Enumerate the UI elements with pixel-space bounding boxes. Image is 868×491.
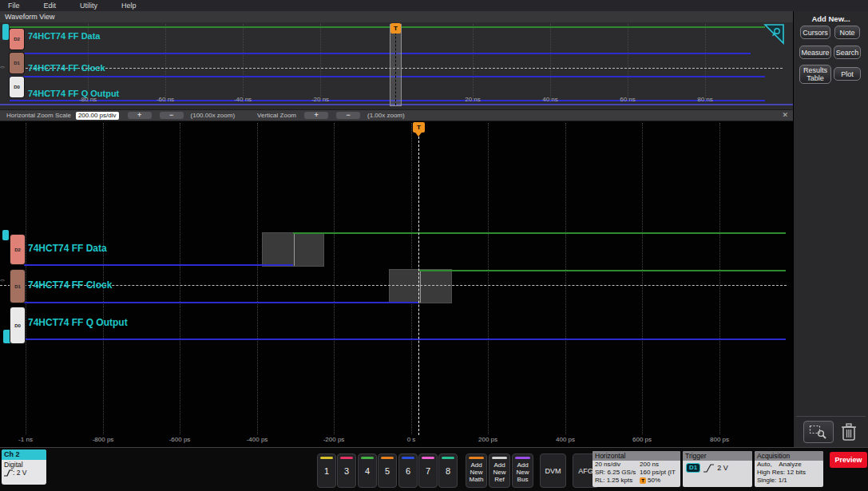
results-table-button[interactable]: Results Table <box>799 65 831 84</box>
h-trigger-position: 50% <box>648 477 660 485</box>
measure-button[interactable]: Measure <box>799 46 831 59</box>
add-new-bus-button[interactable]: Add New Bus <box>512 453 533 488</box>
label-line: Add <box>489 461 509 469</box>
data-high-trace <box>10 26 765 28</box>
channel-badge-d0[interactable]: D0 <box>10 307 25 343</box>
trigger-flag-overview[interactable]: T <box>390 23 401 34</box>
label-line: Ref <box>489 476 509 483</box>
h-zoom-scale-input[interactable]: 200.00 ps/div <box>76 112 119 120</box>
acquisition-panel[interactable]: Acquisition Auto, Analyze High Res: 12 b… <box>755 451 823 487</box>
channel-badge-d0[interactable]: D0 <box>10 77 24 97</box>
ch2-title: Ch 2 <box>2 449 46 460</box>
q-low-trace <box>24 339 786 340</box>
gridline <box>320 24 321 102</box>
data-edge-uncertainty-box <box>262 232 324 267</box>
add-new-title: Add New... <box>794 14 868 23</box>
h-zoom-plus-button[interactable]: + <box>128 112 152 119</box>
channel-badge-d2[interactable]: D2 <box>10 235 25 264</box>
axis-tick: 80 ns <box>697 96 713 103</box>
close-zoom-icon[interactable]: ✕ <box>782 111 788 119</box>
h-sample-rate: SR: 6.25 GS/s <box>595 469 640 477</box>
v-zoom-readout: (1.00x zoom) <box>367 112 405 119</box>
channel-number: 6 <box>399 454 417 487</box>
label-line: Math <box>466 476 486 483</box>
data-high-trace <box>293 232 786 234</box>
channel-number: 8 <box>439 454 457 487</box>
digital-channel-button-6[interactable]: 6 <box>398 453 418 488</box>
settings-bar: Ch 2 Digital : 2 V 1 3 4 5 <box>0 447 868 491</box>
gridline <box>257 123 258 434</box>
data-low-trace <box>24 264 293 266</box>
trigger-source-marker-icon: <> <box>0 65 4 69</box>
ch2-badge[interactable]: Ch 2 Digital : 2 V <box>2 449 46 485</box>
channel-label-data[interactable]: 74HCT74 FF Data <box>28 31 100 41</box>
gridline <box>103 123 104 434</box>
digital-channel-button-5[interactable]: 5 <box>378 453 397 488</box>
dvm-button[interactable]: DVM <box>540 453 566 488</box>
label-line: Add <box>466 461 486 469</box>
axis-tick: 200 ps <box>478 436 497 443</box>
channel-number: 4 <box>359 454 376 487</box>
add-new-math-button[interactable]: Add New Math <box>466 453 487 488</box>
channel-label-output[interactable]: 74HCT74 FF Q Output <box>28 89 119 98</box>
digital-channel-button-1[interactable]: 1 <box>317 453 336 488</box>
ch2-mode: Digital <box>4 461 46 469</box>
trigger-panel[interactable]: Trigger D1 2 V <box>683 451 752 487</box>
group-handle-tab[interactable] <box>2 24 9 40</box>
channel-badge-d1[interactable]: D1 <box>10 270 25 303</box>
trigger-title: Trigger <box>683 451 752 461</box>
menu-file[interactable]: File <box>3 2 25 10</box>
zoom-window-marker[interactable] <box>390 24 402 106</box>
h-record-length: RL: 1.25 kpts <box>595 477 640 485</box>
trigger-flag-main[interactable]: T <box>413 122 425 133</box>
digital-channel-button-3[interactable]: 3 <box>337 453 356 488</box>
gridline <box>719 123 720 434</box>
search-button[interactable]: Search <box>834 46 861 59</box>
axis-tick: -40 ns <box>234 96 252 103</box>
menu-help[interactable]: Help <box>117 2 141 10</box>
v-zoom-minus-button[interactable]: − <box>336 112 360 119</box>
channel-label-clock[interactable]: 74HCT74 FF Clock <box>28 279 112 291</box>
channel-label-data[interactable]: 74HCT74 FF Data <box>28 243 107 254</box>
channel-number: 3 <box>338 454 355 487</box>
note-button[interactable]: Note <box>834 26 860 39</box>
axis-tick: 60 ns <box>620 96 636 103</box>
label-line: Bus <box>513 476 533 483</box>
trigger-level: 2 V <box>717 464 728 472</box>
q-low-trace <box>10 100 765 101</box>
plot-button[interactable]: Plot <box>834 67 861 81</box>
channel-badge-d1[interactable]: D1 <box>10 53 24 73</box>
clock-low-trace <box>24 302 419 303</box>
group-handle-tab[interactable] <box>2 230 9 240</box>
bus-color-bar <box>515 457 530 459</box>
digital-channel-button-7[interactable]: 7 <box>418 453 438 488</box>
add-new-ref-button[interactable]: Add New Ref <box>489 453 510 488</box>
v-zoom-plus-button[interactable]: + <box>304 112 328 119</box>
h-resolution: 160 ps/pt (IT <box>640 469 676 477</box>
zoom-box-icon <box>809 425 828 439</box>
menu-bar: File Edit Utility Help <box>0 0 868 12</box>
label-line: New <box>466 469 486 476</box>
cursors-button[interactable]: Cursors <box>800 26 830 39</box>
label-line: New <box>513 469 533 476</box>
menu-utility[interactable]: Utility <box>75 2 102 10</box>
trash-icon[interactable] <box>839 422 858 442</box>
zoom-detail-view: T <> D2 D1 D0 74HCT74 FF Data 74HCT74 FF… <box>0 121 793 447</box>
zoom-corner-icon[interactable] <box>763 24 784 45</box>
channel-label-clock[interactable]: 74HCT74 FF Clock <box>28 63 105 73</box>
axis-tick: -20 ns <box>311 96 329 103</box>
channel-label-output[interactable]: 74HCT74 FF Q Output <box>28 317 128 328</box>
gridline <box>565 123 566 434</box>
preview-button[interactable]: Preview <box>830 452 867 468</box>
zoom-box-button[interactable] <box>803 421 834 443</box>
digital-channel-button-8[interactable]: 8 <box>438 453 458 488</box>
h-window: 200 ns <box>640 461 659 469</box>
horizontal-panel[interactable]: Horizontal 20 ns/div 200 ns SR: 6.25 GS/… <box>593 451 680 487</box>
channel-badge-d2[interactable]: D2 <box>10 29 24 49</box>
h-zoom-minus-button[interactable]: − <box>160 112 184 119</box>
menu-edit[interactable]: Edit <box>39 2 61 10</box>
h-zoom-readout: (100.00x zoom) <box>191 112 236 119</box>
waveform-view-tab[interactable]: Waveform View <box>0 11 793 22</box>
waveform-overview: <> D2 D1 D0 74HCT74 FF Data 74HCT74 FF C… <box>0 22 793 109</box>
digital-channel-button-4[interactable]: 4 <box>358 453 377 488</box>
